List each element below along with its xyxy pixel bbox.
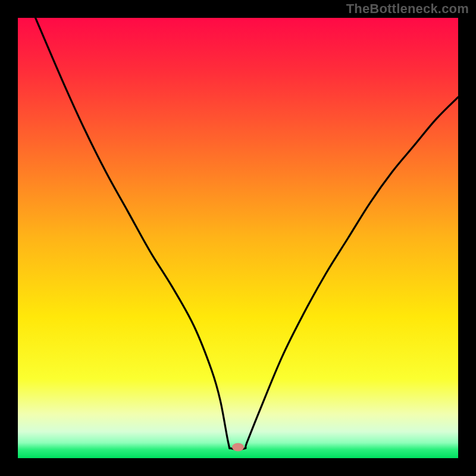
gradient-background	[18, 18, 458, 458]
chart-frame: TheBottleneck.com	[0, 0, 476, 476]
bottleneck-chart	[0, 0, 476, 476]
optimal-point-marker	[232, 443, 244, 452]
watermark-text: TheBottleneck.com	[346, 1, 469, 17]
